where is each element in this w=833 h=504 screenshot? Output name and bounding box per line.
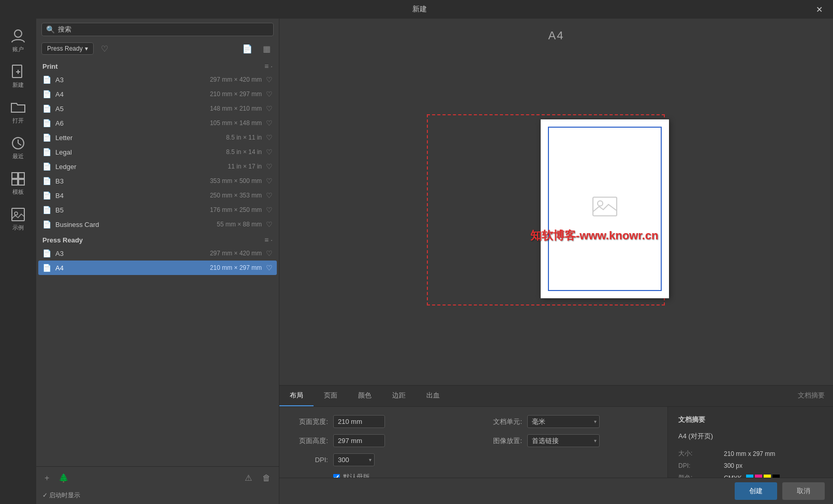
item-favorite-button[interactable]: ♡ <box>266 75 273 84</box>
delete-button[interactable]: 🗑 <box>259 471 274 485</box>
template-item-letter[interactable]: 📄 Letter 8.5 in × 11 in ♡ <box>38 130 277 145</box>
doc-icon: 📄 <box>42 191 51 200</box>
bottom-left-buttons: + 🌲 <box>41 471 72 485</box>
default-master-checkbox[interactable] <box>333 474 340 478</box>
item-favorite-button[interactable]: ♡ <box>266 90 273 98</box>
item-favorite-button[interactable]: ♡ <box>266 104 273 113</box>
template-item-a6[interactable]: 📄 A6 105 mm × 148 mm ♡ <box>38 116 277 130</box>
tab-page[interactable]: 页面 <box>314 386 348 406</box>
item-size: 55 mm × 88 mm <box>217 221 262 228</box>
new-doc-icon-button[interactable]: 📄 <box>239 43 256 55</box>
summary-size-row: 大小: 210 mm x 297 mm <box>678 449 823 458</box>
template-list: Print ≡ · 📄 A3 297 mm × 420 mm ♡ 📄 A4 21… <box>36 58 279 466</box>
template-item-ledger[interactable]: 📄 Ledger 11 in × 17 in ♡ <box>38 159 277 174</box>
item-favorite-button[interactable]: ♡ <box>266 177 273 185</box>
search-input[interactable] <box>58 26 269 34</box>
template-item-legal[interactable]: 📄 Legal 8.5 in × 14 in ♡ <box>38 145 277 159</box>
template-item-a4[interactable]: 📄 A4 210 mm × 297 mm ♡ <box>38 87 277 101</box>
dpi-label: DPI: <box>292 456 328 464</box>
tab-layout[interactable]: 布局 <box>279 386 314 406</box>
svg-rect-9 <box>12 179 18 185</box>
close-button[interactable]: ✕ <box>812 3 827 17</box>
item-favorite-button[interactable]: ♡ <box>266 162 273 171</box>
template-item-b4[interactable]: 📄 B4 250 mm × 353 mm ♡ <box>38 188 277 203</box>
template-item-b5[interactable]: 📄 B5 176 mm × 250 mm ♡ <box>38 203 277 217</box>
doc-icon: 📄 <box>42 119 51 127</box>
height-input[interactable] <box>333 434 385 447</box>
item-size: 8.5 in × 14 in <box>226 148 262 156</box>
sidebar-item-new-label: 新建 <box>12 81 24 89</box>
width-label: 页面宽度: <box>292 417 328 426</box>
item-favorite-button[interactable]: ♡ <box>266 264 273 272</box>
doc-icon: 📄 <box>42 206 51 214</box>
item-size: 148 mm × 210 mm <box>210 105 262 112</box>
tab-bleed[interactable]: 出血 <box>416 386 450 406</box>
default-page-row: 默认母版 <box>333 472 461 478</box>
item-size: 210 mm × 297 mm <box>210 90 262 98</box>
item-name: Business Card <box>55 221 213 228</box>
item-size: 297 mm × 420 mm <box>210 76 262 83</box>
summary-dpi-row: DPI: 300 px <box>678 462 823 469</box>
create-button[interactable]: 创建 <box>735 482 777 500</box>
template-item-b3[interactable]: 📄 B3 353 mm × 500 mm ♡ <box>38 174 277 188</box>
image-place-row: 图像放置: 首选链接 嵌入 链接 ▾ <box>486 434 655 447</box>
settings-panel: 布局 页面 颜色 边距 出血 文档摘要 页面宽度: <box>279 385 833 504</box>
template-item-business-card[interactable]: 📄 Business Card 55 mm × 88 mm ♡ <box>38 217 277 232</box>
template-item-pr-a4[interactable]: 📄 A4 210 mm × 297 mm ♡ <box>38 261 277 275</box>
width-input[interactable] <box>333 415 385 428</box>
print-section-menu[interactable]: ≡ · <box>264 62 273 70</box>
image-place-label: 图像放置: <box>486 436 522 446</box>
search-icon: 🔍 <box>46 25 55 34</box>
sidebar-item-templates[interactable]: 模板 <box>2 166 34 200</box>
press-ready-section-menu[interactable]: ≡ · <box>264 236 273 244</box>
settings-middle: 文档单元: 毫米 英寸 厘米 像素 ▾ <box>473 407 667 478</box>
item-favorite-button[interactable]: ♡ <box>266 133 273 142</box>
default-master-label[interactable]: 默认母版 <box>343 472 370 478</box>
sidebar-item-recent-label: 最近 <box>12 152 24 160</box>
grid-view-button[interactable]: ▦ <box>260 43 274 55</box>
image-place-select[interactable]: 首选链接 嵌入 链接 <box>527 434 600 447</box>
tab-margin[interactable]: 边距 <box>382 386 416 406</box>
summary-color-row: 颜色: CMYK <box>678 474 823 478</box>
tab-color[interactable]: 颜色 <box>348 386 382 406</box>
template-tree-button[interactable]: 🌲 <box>55 471 72 485</box>
sidebar-item-examples[interactable]: 示例 <box>2 202 34 236</box>
item-favorite-button[interactable]: ♡ <box>266 249 273 257</box>
height-row: 页面高度: <box>292 434 461 447</box>
cancel-button[interactable]: 取消 <box>782 482 825 500</box>
item-name: A4 <box>55 90 206 98</box>
doc-icon: 📄 <box>42 162 51 171</box>
doc-unit-select[interactable]: 毫米 英寸 厘米 像素 <box>527 415 600 428</box>
settings-left: 页面宽度: 页面高度: DPI: 300 7 <box>279 407 473 478</box>
template-item-a3[interactable]: 📄 A3 297 mm × 420 mm ♡ <box>38 72 277 87</box>
item-favorite-button[interactable]: ♡ <box>266 119 273 127</box>
summary-color-label: 颜色: <box>678 474 720 478</box>
dialog: 新建 ✕ 账户 <box>0 0 833 504</box>
startup-check-row: ✓ 启动时显示 <box>36 489 279 504</box>
sidebar-item-new[interactable]: 新建 <box>2 59 34 93</box>
svg-point-14 <box>598 201 603 206</box>
sidebar-item-recent[interactable]: 最近 <box>2 131 34 164</box>
svg-line-6 <box>18 143 21 145</box>
search-wrap: 🔍 <box>41 23 274 36</box>
item-favorite-button[interactable]: ♡ <box>266 220 273 228</box>
favorites-button[interactable]: ♡ <box>98 43 111 55</box>
item-favorite-button[interactable]: ♡ <box>266 206 273 214</box>
warning-button[interactable]: ⚠ <box>242 471 255 485</box>
sidebar-item-open[interactable]: 打开 <box>2 95 34 129</box>
doc-unit-row: 文档单元: 毫米 英寸 厘米 像素 ▾ <box>486 415 655 428</box>
add-template-button[interactable]: + <box>41 471 52 485</box>
titlebar: 新建 ✕ <box>0 0 833 19</box>
item-favorite-button[interactable]: ♡ <box>266 191 273 200</box>
summary-main: A4 (对开页) <box>678 432 823 441</box>
sidebar-item-account[interactable]: 账户 <box>2 24 34 57</box>
main-content: A4 <box>279 19 833 504</box>
filter-button[interactable]: Press Ready ▾ <box>41 42 94 55</box>
settings-body: 页面宽度: 页面高度: DPI: 300 7 <box>279 407 833 478</box>
template-item-a5[interactable]: 📄 A5 148 mm × 210 mm ♡ <box>38 101 277 116</box>
template-item-pr-a3[interactable]: 📄 A3 297 mm × 420 mm ♡ <box>38 246 277 261</box>
template-panel: 🔍 Press Ready ▾ ♡ 📄 ▦ Print <box>36 19 279 504</box>
item-favorite-button[interactable]: ♡ <box>266 148 273 156</box>
filter-label: Press Ready <box>47 45 83 52</box>
dpi-select[interactable]: 300 72 96 150 600 <box>333 453 375 466</box>
